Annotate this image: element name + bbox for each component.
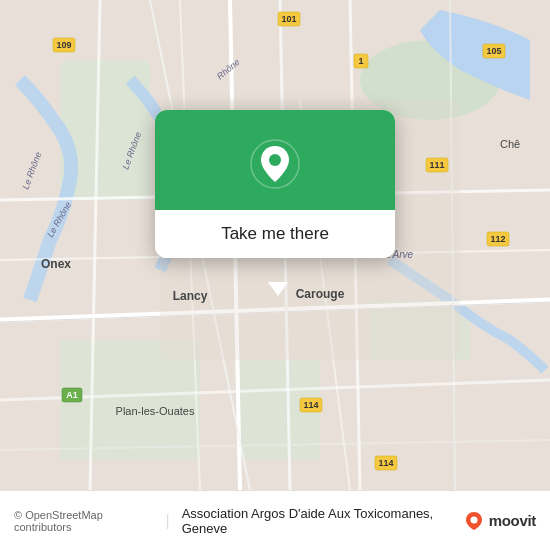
svg-text:114: 114	[378, 458, 393, 468]
footer-left: © OpenStreetMap contributors | Associati…	[14, 506, 463, 536]
svg-text:Plan-les-Ouates: Plan-les-Ouates	[116, 405, 195, 417]
take-me-there-button[interactable]: Take me there	[155, 210, 395, 258]
map-container: Onex Lancy Carouge Genève Chê L'Arve Pla…	[0, 0, 550, 490]
svg-text:114: 114	[303, 400, 318, 410]
svg-text:Carouge: Carouge	[296, 287, 345, 301]
moovit-pin-icon	[463, 510, 485, 532]
svg-text:112: 112	[490, 234, 505, 244]
location-pin-icon	[249, 138, 301, 190]
svg-text:Chê: Chê	[500, 138, 520, 150]
svg-text:111: 111	[429, 160, 444, 170]
svg-point-53	[470, 516, 477, 523]
popup-tail	[268, 282, 288, 296]
location-name: Association Argos D'aide Aux Toxicomanes…	[182, 506, 463, 536]
popup-card: Take me there	[155, 110, 395, 258]
svg-text:A1: A1	[66, 390, 78, 400]
svg-text:Lancy: Lancy	[173, 289, 208, 303]
svg-text:Onex: Onex	[41, 257, 71, 271]
svg-text:109: 109	[56, 40, 71, 50]
moovit-brand-text: moovit	[489, 512, 536, 529]
svg-point-52	[269, 154, 281, 166]
copyright-text: © OpenStreetMap contributors	[14, 509, 154, 533]
svg-text:1: 1	[358, 56, 363, 66]
svg-text:101: 101	[281, 14, 296, 24]
moovit-logo: moovit	[463, 510, 536, 532]
footer-bar: © OpenStreetMap contributors | Associati…	[0, 490, 550, 550]
popup-header	[155, 110, 395, 210]
svg-text:105: 105	[486, 46, 501, 56]
